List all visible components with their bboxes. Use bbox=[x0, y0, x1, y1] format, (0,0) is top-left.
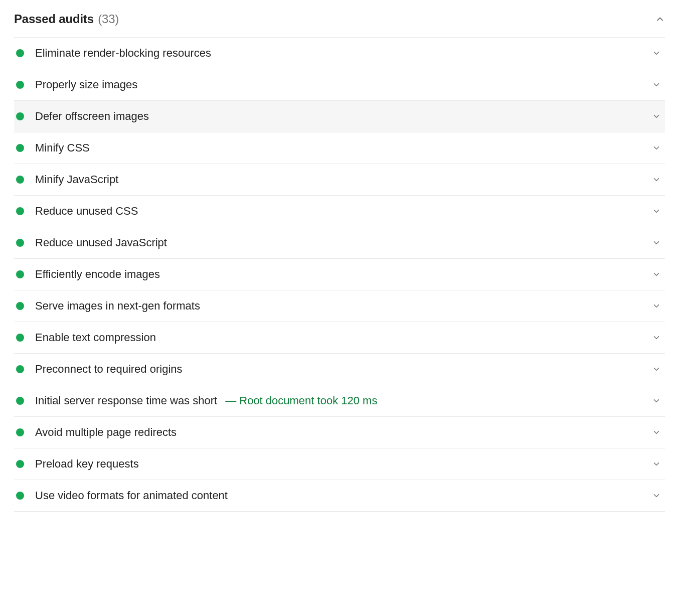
audit-label: Reduce unused JavaScript bbox=[35, 236, 167, 249]
audit-row[interactable]: Minify CSS bbox=[14, 132, 665, 164]
chevron-down-icon bbox=[652, 80, 661, 89]
audit-label: Use video formats for animated content bbox=[35, 489, 228, 502]
audit-row[interactable]: Avoid multiple page redirects bbox=[14, 417, 665, 448]
audit-label: Eliminate render-blocking resources bbox=[35, 47, 211, 60]
chevron-down-icon bbox=[652, 428, 661, 437]
audit-label: Initial server response time was short bbox=[35, 394, 217, 407]
audit-row[interactable]: Minify JavaScript bbox=[14, 164, 665, 196]
chevron-down-icon bbox=[652, 207, 661, 216]
chevron-down-icon bbox=[652, 459, 661, 469]
passed-audits-section: Passed audits (33) Eliminate render-bloc… bbox=[0, 0, 679, 517]
section-count: (33) bbox=[98, 12, 119, 26]
chevron-down-icon bbox=[652, 491, 661, 500]
audit-row[interactable]: Eliminate render-blocking resources bbox=[14, 38, 665, 69]
status-pass-icon bbox=[16, 144, 24, 152]
audit-row[interactable]: Serve images in next-gen formats bbox=[14, 290, 665, 322]
audit-row[interactable]: Properly size images bbox=[14, 69, 665, 101]
audit-label: Serve images in next-gen formats bbox=[35, 299, 200, 313]
audit-label: Minify CSS bbox=[35, 141, 90, 155]
status-pass-icon bbox=[16, 239, 24, 247]
chevron-down-icon bbox=[652, 396, 661, 405]
status-pass-icon bbox=[16, 365, 24, 373]
audit-row[interactable]: Preconnect to required origins bbox=[14, 354, 665, 385]
chevron-down-icon bbox=[652, 49, 661, 58]
audit-row[interactable]: Reduce unused CSS bbox=[14, 196, 665, 227]
audit-label: Defer offscreen images bbox=[35, 110, 149, 123]
status-pass-icon bbox=[16, 428, 24, 436]
audit-label: Enable text compression bbox=[35, 331, 156, 344]
audit-row[interactable]: Efficiently encode images bbox=[14, 259, 665, 290]
status-pass-icon bbox=[16, 302, 24, 310]
audit-row[interactable]: Enable text compression bbox=[14, 322, 665, 354]
status-pass-icon bbox=[16, 334, 24, 342]
audit-label: Efficiently encode images bbox=[35, 268, 160, 281]
status-pass-icon bbox=[16, 176, 24, 184]
audit-label: Minify JavaScript bbox=[35, 173, 118, 186]
audit-list: Eliminate render-blocking resourcesPrope… bbox=[14, 38, 665, 512]
status-pass-icon bbox=[16, 460, 24, 468]
section-title-wrap: Passed audits (33) bbox=[14, 12, 119, 26]
chevron-down-icon bbox=[652, 365, 661, 374]
chevron-down-icon bbox=[652, 301, 661, 311]
status-pass-icon bbox=[16, 492, 24, 500]
chevron-down-icon bbox=[652, 333, 661, 342]
audit-row[interactable]: Reduce unused JavaScript bbox=[14, 227, 665, 259]
audit-row[interactable]: Initial server response time was short— … bbox=[14, 385, 665, 417]
audit-label: Avoid multiple page redirects bbox=[35, 426, 177, 439]
status-pass-icon bbox=[16, 270, 24, 278]
audit-label: Reduce unused CSS bbox=[35, 205, 138, 218]
status-pass-icon bbox=[16, 112, 24, 120]
audit-row[interactable]: Preload key requests bbox=[14, 448, 665, 480]
status-pass-icon bbox=[16, 49, 24, 57]
status-pass-icon bbox=[16, 207, 24, 215]
audit-label: Preconnect to required origins bbox=[35, 363, 183, 376]
audit-label: Preload key requests bbox=[35, 457, 139, 471]
status-pass-icon bbox=[16, 81, 24, 89]
section-title: Passed audits bbox=[14, 12, 94, 26]
status-pass-icon bbox=[16, 397, 24, 405]
audit-detail: — Root document took 120 ms bbox=[225, 394, 377, 407]
audit-label: Properly size images bbox=[35, 78, 137, 91]
chevron-down-icon bbox=[652, 175, 661, 184]
chevron-down-icon bbox=[652, 238, 661, 247]
chevron-down-icon bbox=[652, 270, 661, 279]
chevron-up-icon bbox=[655, 14, 665, 24]
audit-row[interactable]: Use video formats for animated content bbox=[14, 480, 665, 512]
chevron-down-icon bbox=[652, 112, 661, 121]
chevron-down-icon bbox=[652, 143, 661, 152]
audit-row[interactable]: Defer offscreen images bbox=[14, 101, 665, 132]
section-header[interactable]: Passed audits (33) bbox=[14, 9, 665, 37]
